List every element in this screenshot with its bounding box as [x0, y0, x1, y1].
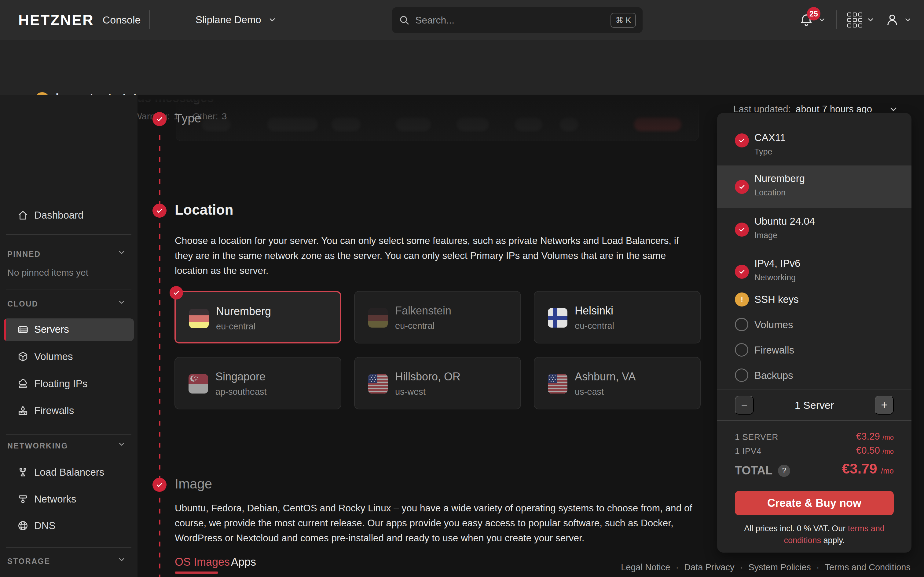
search-input[interactable]: [415, 15, 605, 26]
type-skeleton: [515, 118, 542, 131]
hetzner-logo: HETZNER: [18, 11, 94, 28]
load-balancers-icon: [17, 466, 29, 478]
type-skeleton: [331, 118, 360, 131]
section-header-storage[interactable]: STORAGE: [7, 557, 50, 566]
sidebar-item-dns[interactable]: DNS: [0, 516, 137, 535]
floating-ips-icon: [17, 378, 29, 390]
warning-icon: [735, 292, 749, 306]
step-connector-line: [159, 135, 160, 577]
location-card-helsinki[interactable]: Helsinki eu-central: [534, 291, 701, 343]
footer-separator: ·: [675, 562, 678, 572]
search-icon: [399, 15, 410, 26]
apps-menu-button[interactable]: [847, 13, 874, 27]
type-skeleton: [267, 118, 318, 131]
price-row-ipv4-value: €0.50 /mo: [856, 445, 894, 456]
flag-germany: [189, 309, 209, 328]
location-description: Choose a location for your server. You c…: [175, 233, 696, 278]
hetzner-console-app: HETZNER Console Sliplane Demo ⌘ K 25: [0, 0, 924, 577]
tab-apps[interactable]: Apps: [231, 556, 256, 569]
location-step-check-icon: [152, 204, 166, 218]
chevron-down-icon: [117, 440, 126, 448]
sidebar-item-networks[interactable]: Networks: [0, 489, 137, 509]
nav-divider: [149, 10, 150, 29]
footer-links: Legal Notice · Data Privacy · System Pol…: [621, 562, 911, 572]
empty-circle-icon: [735, 318, 748, 331]
chevron-down-icon: [117, 248, 126, 257]
divider: [6, 234, 131, 235]
notification-count-badge: 25: [807, 7, 821, 21]
volumes-icon: [17, 351, 29, 363]
flag-singapore: [189, 374, 208, 393]
section-header-pinned[interactable]: PINNED: [7, 250, 40, 259]
type-section-heading: Type: [175, 111, 201, 125]
divider: [717, 420, 911, 421]
type-skeleton: [560, 118, 578, 131]
firewalls-icon: [17, 405, 29, 416]
increase-server-count-button[interactable]: +: [875, 396, 894, 414]
image-step-check-icon: [152, 478, 166, 492]
navbar-right: 25: [799, 0, 912, 40]
type-skeleton: [457, 118, 489, 131]
location-card-falkenstein[interactable]: Falkenstein eu-central: [354, 291, 521, 343]
summary-step-location[interactable]: Nuremberg Location: [717, 166, 911, 208]
price-row-ipv4-label: 1 IPV4: [735, 446, 761, 456]
sidebar-item-floating-ips[interactable]: Floating IPs: [0, 374, 137, 393]
footer-link-data-privacy[interactable]: Data Privacy: [684, 562, 734, 572]
divider: [6, 547, 131, 548]
sidebar-item-dashboard[interactable]: Dashboard: [0, 205, 137, 225]
sidebar-item-firewalls[interactable]: Firewalls: [0, 401, 137, 421]
divider: [717, 390, 911, 390]
pinned-empty-text: No pinned items yet: [7, 268, 88, 278]
notifications-button[interactable]: 25: [799, 13, 826, 27]
flag-germany: [368, 308, 388, 327]
search-shortcut-badge: ⌘ K: [611, 13, 636, 28]
chevron-down-icon: [867, 16, 874, 24]
sidebar-item-volumes[interactable]: Volumes: [0, 347, 137, 366]
create-buy-button[interactable]: Create & Buy now: [735, 491, 894, 515]
flag-usa: [368, 374, 388, 393]
org-name: Sliplane Demo: [195, 14, 261, 26]
flag-usa: [548, 374, 567, 393]
divider: [6, 434, 131, 435]
total-price: €3.79 /mo: [842, 460, 894, 477]
tab-os-images[interactable]: OS Images: [175, 556, 230, 569]
price-row-server-value: €3.29 /mo: [856, 431, 894, 442]
sidebar: Dashboard PINNED No pinned items yet CLO…: [0, 95, 137, 577]
check-icon: [735, 222, 749, 237]
footer-link-system-policies[interactable]: System Policies: [748, 562, 811, 572]
total-label: TOTAL ?: [735, 464, 790, 477]
section-header-networking[interactable]: NETWORKING: [7, 442, 68, 450]
chevron-down-icon: [268, 16, 276, 24]
location-card-singapore[interactable]: Singapore ap-southeast: [174, 357, 341, 409]
footer-link-terms[interactable]: Terms and Conditions: [825, 562, 911, 572]
org-switcher[interactable]: Sliplane Demo: [195, 0, 276, 40]
order-summary-panel: CAX11 Type Nuremberg Location Ubuntu 24.…: [717, 113, 911, 553]
user-menu-button[interactable]: [885, 13, 912, 27]
footer-link-legal-notice[interactable]: Legal Notice: [621, 562, 670, 572]
sidebar-item-load-balancers[interactable]: Load Balancers: [0, 463, 137, 482]
brand-group: HETZNER Console: [18, 0, 150, 40]
type-step-check-icon: [152, 112, 166, 126]
active-tab-underline: [175, 572, 218, 574]
vat-note: All prices incl. 0 % VAT. Our terms and …: [735, 523, 894, 546]
total-help-icon[interactable]: ?: [778, 465, 790, 477]
nav-divider: [836, 10, 837, 29]
selected-check-icon: [170, 286, 183, 300]
location-card-nuremberg[interactable]: Nuremberg eu-central: [174, 291, 341, 343]
type-skeleton: [396, 118, 431, 131]
location-card-ashburn[interactable]: Ashburn, VA us-east: [534, 357, 701, 409]
footer-separator: ·: [816, 562, 819, 572]
location-card-hillsboro[interactable]: Hillsboro, OR us-west: [354, 357, 521, 409]
image-section-heading: Image: [175, 476, 212, 492]
empty-circle-icon: [735, 369, 748, 382]
dns-icon: [17, 520, 29, 532]
section-header-cloud[interactable]: CLOUD: [7, 300, 38, 308]
footer-separator: ·: [740, 562, 743, 572]
active-indicator: [4, 318, 6, 341]
status-banner: Important status messages Maintenance:1 …: [0, 40, 924, 95]
console-label: Console: [103, 14, 141, 26]
divider: [6, 289, 131, 289]
sidebar-item-servers[interactable]: Servers: [4, 318, 134, 341]
global-search: ⌘ K: [392, 7, 643, 33]
home-icon: [17, 210, 29, 221]
